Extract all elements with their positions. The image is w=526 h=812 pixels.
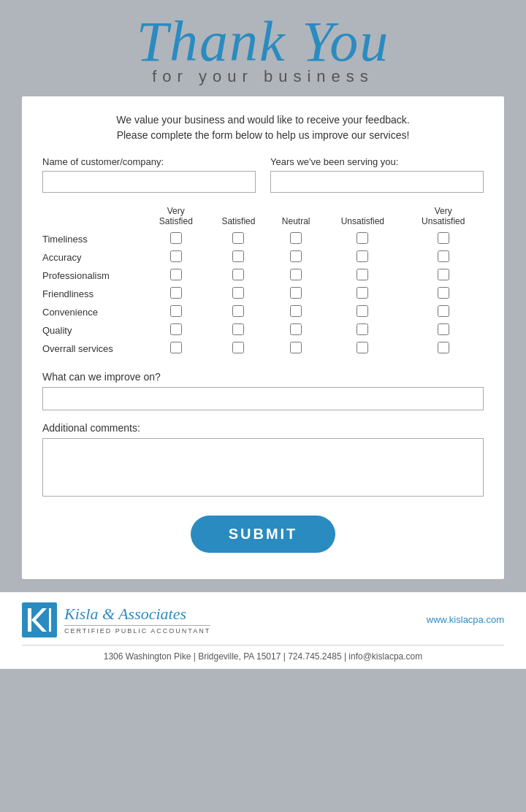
checkbox-1-2[interactable] [290,250,302,262]
checkbox-2-4[interactable] [438,269,449,280]
checkbox-4-4[interactable] [438,305,449,317]
checkbox-6-3[interactable] [357,342,368,353]
subtitle-text: for your business [22,67,504,86]
rating-cell-0-2[interactable] [270,230,322,248]
col-very-satisfied: VerySatisfied [145,206,207,230]
comments-textarea[interactable] [42,438,484,497]
rating-cell-5-1[interactable] [207,321,270,340]
customer-fields-row: Name of customer/company: Years we've be… [42,156,484,193]
rating-cell-0-3[interactable] [322,230,403,248]
col-label-empty [42,206,145,230]
checkbox-6-0[interactable] [170,342,182,353]
rating-cell-2-2[interactable] [270,267,322,285]
rating-cell-3-4[interactable] [403,285,484,303]
col-satisfied: Satisfied [207,206,270,230]
checkbox-0-2[interactable] [290,232,302,244]
comments-label: Additional comments: [42,422,484,434]
checkbox-1-4[interactable] [438,250,449,262]
rating-cell-1-3[interactable] [322,248,403,267]
checkbox-6-1[interactable] [232,342,244,353]
rating-cell-6-1[interactable] [207,340,270,358]
checkbox-1-0[interactable] [170,250,182,262]
checkbox-2-0[interactable] [170,269,182,280]
footer-top: Kisla & Associates CERTIFIED PUBLIC ACCO… [22,602,504,646]
rating-cell-2-3[interactable] [322,267,403,285]
checkbox-0-1[interactable] [232,232,244,244]
rating-cell-6-3[interactable] [322,340,403,358]
table-row: Convenience [42,303,484,321]
rating-cell-5-3[interactable] [322,321,403,340]
checkbox-5-2[interactable] [290,323,302,335]
rating-cell-6-4[interactable] [403,340,484,358]
checkbox-4-2[interactable] [290,305,302,317]
checkbox-3-2[interactable] [290,287,302,299]
form-card: We value your business and would like to… [22,96,504,579]
rating-cell-6-0[interactable] [145,340,207,358]
row-label-6: Overrall services [42,340,145,358]
rating-cell-0-0[interactable] [145,230,207,248]
checkbox-5-3[interactable] [357,323,368,335]
rating-table: VerySatisfied Satisfied Neutral Unsatisf… [42,206,484,358]
rating-cell-5-4[interactable] [403,321,484,340]
years-input[interactable] [270,171,484,193]
checkbox-5-1[interactable] [232,323,244,335]
rating-cell-1-4[interactable] [403,248,484,267]
rating-cell-3-3[interactable] [322,285,403,303]
checkbox-0-3[interactable] [357,232,368,244]
rating-cell-3-0[interactable] [145,285,207,303]
checkbox-0-0[interactable] [170,232,182,244]
checkbox-2-2[interactable] [290,269,302,280]
rating-cell-6-2[interactable] [270,340,322,358]
checkbox-2-3[interactable] [357,269,368,280]
rating-cell-4-3[interactable] [322,303,403,321]
col-unsatisfied: Unsatisfied [322,206,403,230]
checkbox-1-3[interactable] [357,250,368,262]
row-label-0: Timeliness [42,230,145,248]
improve-input[interactable] [42,387,484,410]
rating-cell-3-2[interactable] [270,285,322,303]
checkbox-5-0[interactable] [170,323,182,335]
rating-cell-4-0[interactable] [145,303,207,321]
rating-cell-0-4[interactable] [403,230,484,248]
rating-cell-4-2[interactable] [270,303,322,321]
rating-cell-2-4[interactable] [403,267,484,285]
table-row: Professionalism [42,267,484,285]
years-label: Years we've been serving you: [270,156,484,167]
checkbox-4-0[interactable] [170,305,182,317]
checkbox-2-1[interactable] [232,269,244,280]
checkbox-0-4[interactable] [438,232,449,244]
checkbox-3-1[interactable] [232,287,244,299]
rating-cell-1-1[interactable] [207,248,270,267]
customer-label: Name of customer/company: [42,156,256,167]
row-label-3: Friendliness [42,285,145,303]
submit-button[interactable]: SUBMIT [191,516,336,553]
rating-cell-5-2[interactable] [270,321,322,340]
years-field-group: Years we've been serving you: [270,156,484,193]
customer-field-group: Name of customer/company: [42,156,256,193]
checkbox-6-2[interactable] [290,342,302,353]
rating-cell-1-0[interactable] [145,248,207,267]
checkbox-4-3[interactable] [357,305,368,317]
col-neutral: Neutral [270,206,322,230]
customer-input[interactable] [42,171,256,193]
rating-cell-0-1[interactable] [207,230,270,248]
rating-cell-4-1[interactable] [207,303,270,321]
row-label-2: Professionalism [42,267,145,285]
improve-label: What can we improve on? [42,371,484,383]
rating-cell-3-1[interactable] [207,285,270,303]
rating-cell-5-0[interactable] [145,321,207,340]
rating-cell-4-4[interactable] [403,303,484,321]
rating-cell-1-2[interactable] [270,248,322,267]
row-label-5: Quality [42,321,145,340]
checkbox-5-4[interactable] [438,323,449,335]
checkbox-4-1[interactable] [232,305,244,317]
checkbox-3-3[interactable] [357,287,368,299]
rating-cell-2-0[interactable] [145,267,207,285]
checkbox-1-1[interactable] [232,250,244,262]
table-row: Quality [42,321,484,340]
checkbox-3-0[interactable] [170,287,182,299]
checkbox-3-4[interactable] [438,287,449,299]
rating-cell-2-1[interactable] [207,267,270,285]
checkbox-6-4[interactable] [438,342,449,353]
row-label-4: Convenience [42,303,145,321]
